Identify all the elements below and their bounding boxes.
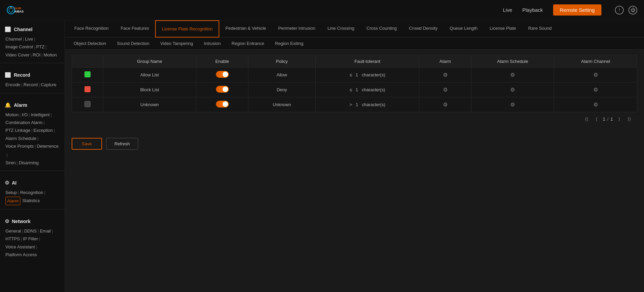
sidebar: ⬜ Channel Channel | Live | Image Control…	[0, 20, 65, 292]
page-next-button[interactable]: ⟩	[615, 115, 623, 123]
sidebar-link-setup[interactable]: Setup	[5, 189, 17, 196]
page-prev-button[interactable]: ⟨	[593, 115, 601, 123]
sidebar-link-ptz-linkage[interactable]: PTZ Linkage	[5, 126, 30, 134]
row1-fault: ≤ 1 character(s)	[316, 68, 419, 82]
tab-intrusion[interactable]: Intrusion	[198, 38, 226, 49]
row1-enable[interactable]	[196, 68, 248, 82]
sidebar-link-combination-alarm[interactable]: Combination Alarm	[5, 119, 43, 126]
sidebar-link-deterrence[interactable]: Deterrence	[37, 142, 58, 150]
col-header-schedule: Alarm Schedule	[471, 55, 554, 68]
sidebar-title-alarm: 🔔 Alarm	[5, 99, 60, 108]
sidebar-link-encode[interactable]: Encode	[5, 81, 20, 89]
row1-schedule[interactable]: ⚙	[471, 68, 554, 82]
gear-icon-channel3[interactable]: ⚙	[593, 102, 598, 107]
tab-queue-length[interactable]: Queue Length	[444, 20, 484, 37]
gear-icon-schedule1[interactable]: ⚙	[510, 72, 515, 78]
toggle-switch[interactable]	[216, 101, 229, 107]
sidebar-link-https[interactable]: HTTPS	[5, 235, 20, 243]
row2-alarm[interactable]: ⚙	[419, 82, 471, 97]
tab-pedestrian-vehicle[interactable]: Pedestrian & Vehicle	[219, 20, 272, 37]
sidebar-link-ipfilter[interactable]: IP Filter	[23, 235, 38, 243]
sidebar-link-ptz[interactable]: PTZ	[36, 43, 45, 51]
tab-face-features[interactable]: Face Features	[115, 20, 155, 37]
page-last-button[interactable]: ⟩⟩	[625, 115, 633, 123]
row3-channel[interactable]: ⚙	[554, 97, 637, 112]
toggle-thumb	[223, 101, 228, 107]
sidebar-link-record[interactable]: Record	[23, 81, 38, 89]
sidebar-link-exception[interactable]: Exception	[33, 126, 53, 134]
sidebar-link-motion[interactable]: Motion	[44, 51, 57, 59]
sidebar-link-platform-access[interactable]: Platform Access	[5, 251, 37, 259]
top-nav-right: Live Playback Remote Setting ! ⏻	[503, 4, 637, 16]
table-row: Block List Deny ≤ 1 character(s) ⚙ ⚙	[72, 82, 637, 97]
save-button[interactable]: Save	[72, 138, 102, 150]
table-row: Unknown Unknown > 1 character(s) ⚙ ⚙	[72, 97, 637, 112]
row2-channel[interactable]: ⚙	[554, 82, 637, 97]
row2-policy: Deny	[248, 82, 316, 97]
sidebar-link-imagecontrol[interactable]: Image Control	[5, 43, 33, 51]
tab-face-recognition[interactable]: Face Recognition	[68, 20, 115, 37]
page-first-button[interactable]: ⟨⟨	[583, 115, 591, 123]
sidebar-link-alarm-schedule[interactable]: Alarm Schedule	[5, 135, 36, 142]
toggle-switch[interactable]	[216, 71, 229, 78]
refresh-button[interactable]: Refresh	[106, 138, 139, 150]
sidebar-link-general[interactable]: General	[5, 227, 21, 235]
row2-schedule[interactable]: ⚙	[471, 82, 554, 97]
row3-alarm[interactable]: ⚙	[419, 97, 471, 112]
sidebar-link-statistics[interactable]: Statistics	[22, 197, 40, 205]
color-dot-green	[84, 71, 91, 77]
tab-license-plate[interactable]: License Plate	[484, 20, 522, 37]
gear-icon-schedule3[interactable]: ⚙	[510, 102, 515, 107]
sidebar-link-siren[interactable]: Siren	[5, 159, 16, 167]
power-icon[interactable]: ⏻	[628, 6, 637, 15]
toggle-allow-list[interactable]	[216, 71, 229, 78]
row3-schedule[interactable]: ⚙	[471, 97, 554, 112]
tab-rare-sound[interactable]: Rare Sound	[522, 20, 558, 37]
gear-icon-schedule2[interactable]: ⚙	[510, 87, 515, 93]
tab-object-detection[interactable]: Object Detection	[68, 38, 112, 49]
playback-button[interactable]: Playback	[522, 7, 543, 13]
sidebar-link-roi[interactable]: ROI	[33, 51, 41, 59]
tab-cross-counting[interactable]: Cross Counting	[361, 20, 403, 37]
sidebar-link-motion-alarm[interactable]: Motion	[5, 111, 19, 119]
row1-alarm[interactable]: ⚙	[419, 68, 471, 82]
sidebar-link-intelligent[interactable]: Intelligent	[31, 111, 50, 119]
sidebar-link-channel[interactable]: Channel	[5, 35, 22, 43]
toggle-unknown[interactable]	[216, 101, 229, 107]
tab-license-plate-recognition[interactable]: License Plate Recognition	[155, 20, 219, 38]
tab-region-entrance[interactable]: Region Entrance	[226, 38, 270, 49]
row3-enable[interactable]	[196, 97, 248, 112]
live-button[interactable]: Live	[503, 7, 512, 13]
gear-icon-alarm3[interactable]: ⚙	[443, 102, 448, 107]
tab-region-exiting[interactable]: Region Exiting	[270, 38, 309, 49]
sidebar-link-capture[interactable]: Capture	[41, 81, 56, 89]
gear-icon-alarm2[interactable]: ⚙	[443, 87, 448, 93]
tab-line-crossing[interactable]: Line Crossing	[321, 20, 361, 37]
gear-icon-channel1[interactable]: ⚙	[593, 72, 598, 78]
remote-setting-button[interactable]: Remote Setting	[553, 4, 601, 16]
sidebar-link-email[interactable]: Email	[40, 227, 51, 235]
sidebar-link-voice-prompts[interactable]: Voice Prompts	[5, 142, 34, 150]
sidebar-link-disarming[interactable]: Disarming	[19, 159, 39, 167]
tab-perimeter-intrusion[interactable]: Perimeter Intrusion	[272, 20, 321, 37]
gear-icon-alarm1[interactable]: ⚙	[443, 72, 448, 78]
sidebar-link-videocover[interactable]: Video Cover	[5, 51, 29, 59]
toggle-block-list[interactable]	[216, 86, 229, 93]
sidebar-link-live[interactable]: Live	[25, 35, 33, 43]
sidebar-title-record: ⬜ Record	[5, 69, 60, 78]
sidebar-link-io[interactable]: I/O	[22, 111, 27, 119]
sidebar-link-recognition[interactable]: Recognition	[20, 189, 43, 196]
gear-icon-channel2[interactable]: ⚙	[593, 87, 598, 93]
toggle-switch[interactable]	[216, 86, 229, 93]
layout: ⬜ Channel Channel | Live | Image Control…	[0, 20, 644, 292]
row1-channel[interactable]: ⚙	[554, 68, 637, 82]
alert-icon[interactable]: !	[615, 6, 624, 15]
sidebar-link-ai-alarm[interactable]: Alarm	[5, 197, 20, 205]
sidebar-link-ddns[interactable]: DDNS	[24, 227, 37, 235]
tab-crowd-density[interactable]: Crowd Density	[403, 20, 444, 37]
tab-video-tampering[interactable]: Video Tampering	[155, 38, 198, 49]
sidebar-link-voice-assistant[interactable]: Voice Assistant	[5, 243, 35, 251]
sidebar-title-channel: ⬜ Channel	[5, 24, 60, 32]
row2-enable[interactable]	[196, 82, 248, 97]
tab-sound-detection[interactable]: Sound Detection	[112, 38, 155, 49]
